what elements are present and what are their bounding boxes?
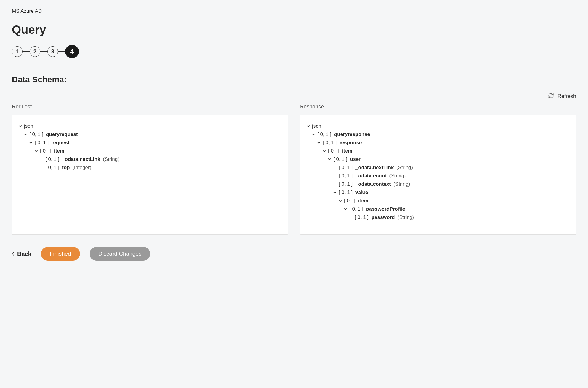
tree-node-label: json [24, 123, 33, 129]
tree-node[interactable]: json [18, 122, 282, 130]
chevron-down-icon [322, 149, 326, 153]
refresh-button[interactable]: Refresh [12, 93, 576, 100]
tree-node[interactable]: [ 0, 1 ] password (String) [306, 213, 570, 222]
chevron-down-icon [327, 157, 332, 161]
tree-node[interactable]: [ 0, 1 ] queryresponse [306, 130, 570, 139]
tree-children: [ 0+ ] item[ 0, 1 ] user[ 0, 1 ] _odata.… [306, 147, 570, 222]
tree-node-label: [ 0, 1 ] password (String) [355, 214, 414, 220]
chevron-down-icon [333, 182, 337, 186]
tree-node-label: [ 0, 1 ] request [35, 140, 69, 146]
tree-children: [ 0, 1 ] _odata.nextLink (String)[ 0, 1 … [18, 155, 282, 172]
step-connector [23, 51, 30, 52]
breadcrumb-link[interactable]: MS Azure AD [12, 8, 42, 14]
tree-node[interactable]: [ 0, 1 ] request [18, 139, 282, 147]
chevron-down-icon [39, 166, 44, 170]
tree-node[interactable]: [ 0, 1 ] _odata.count (String) [306, 172, 570, 180]
tree-children: [ 0, 1 ] user[ 0, 1 ] _odata.nextLink (S… [306, 155, 570, 222]
tree-children: [ 0+ ] item[ 0, 1 ] passwordProfile[ 0, … [306, 197, 570, 222]
tree-children: [ 0, 1 ] response[ 0+ ] item[ 0, 1 ] use… [306, 139, 570, 222]
tree-children: [ 0, 1 ] _odata.nextLink (String)[ 0, 1 … [306, 163, 570, 222]
tree-node[interactable]: [ 0, 1 ] queryrequest [18, 130, 282, 139]
footer-actions: Back Finished Discard Changes [12, 247, 576, 261]
step-connector [58, 51, 65, 52]
tree-node-label: json [312, 123, 321, 129]
chevron-down-icon [306, 124, 310, 128]
chevron-down-icon [338, 199, 342, 203]
tree-node-label: [ 0, 1 ] _odata.nextLink (String) [45, 156, 119, 162]
finished-button[interactable]: Finished [41, 247, 80, 261]
step-3[interactable]: 3 [47, 46, 58, 57]
tree-children: [ 0+ ] item[ 0, 1 ] _odata.nextLink (Str… [18, 147, 282, 172]
step-2[interactable]: 2 [30, 46, 40, 57]
tree-node-label: [ 0, 1 ] queryrequest [29, 132, 78, 137]
tree-node-label: [ 0, 1 ] _odata.count (String) [339, 173, 406, 179]
schema-columns: Request json[ 0, 1 ] queryrequest[ 0, 1 … [12, 104, 576, 235]
tree-node-label: [ 0, 1 ] value [339, 190, 368, 195]
chevron-down-icon [39, 157, 44, 161]
tree-node-label: [ 0+ ] item [328, 148, 352, 154]
tree-node[interactable]: [ 0, 1 ] _odata.nextLink (String) [306, 163, 570, 172]
page-title: Query [12, 23, 576, 36]
stepper: 1234 [12, 45, 576, 58]
chevron-down-icon [29, 141, 33, 145]
chevron-down-icon [34, 149, 38, 153]
tree-node-label: [ 0, 1 ] _odata.nextLink (String) [339, 165, 413, 171]
chevron-down-icon [349, 215, 353, 219]
discard-changes-button[interactable]: Discard Changes [90, 247, 151, 261]
response-column-title: Response [300, 104, 576, 110]
tree-children: [ 0, 1 ] passwordProfile[ 0, 1 ] passwor… [306, 205, 570, 222]
back-button[interactable]: Back [12, 251, 31, 257]
request-schema-panel: json[ 0, 1 ] queryrequest[ 0, 1 ] reques… [12, 115, 288, 235]
response-schema-panel: json[ 0, 1 ] queryresponse[ 0, 1 ] respo… [300, 115, 576, 235]
request-column: Request json[ 0, 1 ] queryrequest[ 0, 1 … [12, 104, 288, 235]
tree-children: [ 0, 1 ] queryrequest[ 0, 1 ] request[ 0… [18, 130, 282, 172]
chevron-down-icon [333, 174, 337, 178]
tree-node[interactable]: [ 0, 1 ] _odata.context (String) [306, 180, 570, 188]
step-connector [40, 51, 47, 52]
tree-node-label: [ 0+ ] item [344, 198, 368, 204]
step-4[interactable]: 4 [65, 45, 79, 58]
tree-node[interactable]: [ 0, 1 ] response [306, 139, 570, 147]
back-label: Back [17, 251, 31, 257]
tree-node[interactable]: [ 0, 1 ] value [306, 188, 570, 197]
tree-node[interactable]: json [306, 122, 570, 130]
chevron-down-icon [333, 166, 337, 170]
tree-node-label: [ 0, 1 ] passwordProfile [349, 206, 405, 212]
tree-node-label: [ 0, 1 ] _odata.context (String) [339, 181, 410, 187]
section-title: Data Schema: [12, 75, 576, 84]
chevron-down-icon [343, 207, 348, 211]
tree-node[interactable]: [ 0, 1 ] top (Integer) [18, 163, 282, 172]
tree-node[interactable]: [ 0+ ] item [18, 147, 282, 155]
step-1[interactable]: 1 [12, 46, 23, 57]
tree-node[interactable]: [ 0, 1 ] user [306, 155, 570, 163]
chevron-down-icon [311, 132, 316, 137]
tree-children: [ 0, 1 ] password (String) [306, 213, 570, 222]
refresh-icon [548, 93, 554, 100]
response-column: Response json[ 0, 1 ] queryresponse[ 0, … [300, 104, 576, 235]
tree-node[interactable]: [ 0+ ] item [306, 197, 570, 205]
chevron-down-icon [317, 141, 321, 145]
tree-children: [ 0, 1 ] queryresponse[ 0, 1 ] response[… [306, 130, 570, 222]
chevron-down-icon [18, 124, 22, 128]
tree-node-label: [ 0+ ] item [40, 148, 64, 154]
chevron-down-icon [23, 132, 28, 137]
tree-children: [ 0, 1 ] request[ 0+ ] item[ 0, 1 ] _oda… [18, 139, 282, 172]
tree-node-label: [ 0, 1 ] queryresponse [317, 132, 370, 137]
tree-node-label: [ 0, 1 ] top (Integer) [45, 165, 91, 171]
refresh-label: Refresh [557, 93, 576, 100]
chevron-left-icon [12, 251, 15, 257]
tree-node-label: [ 0, 1 ] user [333, 156, 361, 162]
chevron-down-icon [333, 190, 337, 195]
tree-node[interactable]: [ 0, 1 ] _odata.nextLink (String) [18, 155, 282, 163]
tree-node-label: [ 0, 1 ] response [323, 140, 362, 146]
tree-node[interactable]: [ 0+ ] item [306, 147, 570, 155]
tree-node[interactable]: [ 0, 1 ] passwordProfile [306, 205, 570, 213]
request-column-title: Request [12, 104, 288, 110]
